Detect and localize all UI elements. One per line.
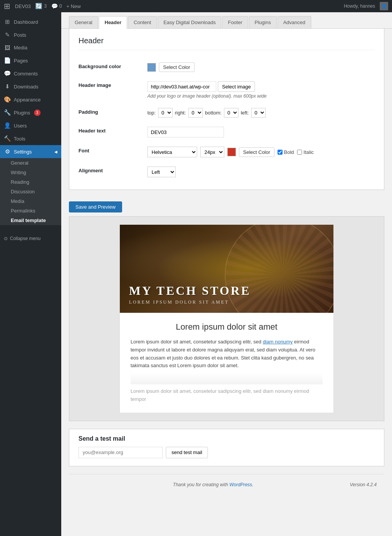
font-family-select[interactable]: Helvetica	[147, 147, 197, 157]
wp-footer: Thank you for creating with WordPress. V…	[69, 474, 384, 495]
bold-checkbox[interactable]	[278, 150, 283, 155]
preview-store-title: MY TECH STORE	[129, 284, 324, 298]
sidebar-item-tools[interactable]: 🔨 Tools	[0, 132, 61, 145]
font-color-swatch	[227, 148, 236, 156]
email-preview: MY TECH STORE LOREM IPSUM DOLOR SIT AMET…	[69, 216, 384, 421]
font-size-select[interactable]: 24px	[200, 147, 224, 157]
header-image-field: Select image Add your logo or image head…	[147, 81, 375, 99]
sidebar-label-comments: Comments	[14, 71, 38, 77]
collapse-menu-button[interactable]: ⊙ Collapse menu	[0, 233, 61, 244]
comments-icon[interactable]: 💬 0	[51, 3, 62, 9]
padding-right-select[interactable]: 0	[188, 108, 203, 118]
padding-bottom-select[interactable]: 0	[224, 108, 238, 118]
preview-store-subtitle: LOREM IPSUM DOLOR SIT AMET	[129, 299, 324, 305]
sidebar-item-pages[interactable]: 📄 Pages	[0, 54, 61, 67]
footer-version: Version 4.2.4	[350, 482, 377, 487]
bg-color-label: Background color	[78, 58, 147, 77]
padding-top-label: top:	[147, 110, 156, 116]
header-text-input[interactable]	[147, 127, 224, 137]
footer-wp-link[interactable]: WordPress.	[229, 482, 253, 487]
sidebar-item-downloads[interactable]: ⬇ Downloads	[0, 80, 61, 93]
test-mail-section: Send a test mail send test mail	[69, 429, 384, 466]
sidebar-label-settings: Settings	[14, 149, 32, 155]
padding-left-select[interactable]: 0	[251, 108, 266, 118]
site-name[interactable]: DEV03	[15, 3, 31, 9]
sidebar-label-pages: Pages	[14, 58, 28, 64]
posts-icon: ✎	[4, 31, 11, 38]
preview-body-link[interactable]: diam nonumy	[263, 339, 292, 345]
submenu-media[interactable]: Media	[0, 196, 61, 206]
image-hint-text: Add your logo or image header (optional)…	[147, 93, 375, 99]
sidebar-item-posts[interactable]: ✎ Posts	[0, 28, 61, 41]
footer-thank-you: Thank you for creating with	[173, 482, 229, 487]
font-label: Font	[78, 142, 147, 162]
header-image-label: Header image	[78, 77, 147, 103]
alignment-select[interactable]: Left Center Right	[147, 167, 176, 177]
submenu-email-template[interactable]: Email template	[0, 216, 61, 225]
italic-checkbox[interactable]	[297, 150, 302, 155]
sidebar-label-plugins: Plugins	[14, 110, 30, 116]
comments-count: 0	[59, 3, 62, 9]
header-text-label: Header text	[78, 122, 147, 142]
padding-top-select[interactable]: 0	[158, 108, 173, 118]
submenu-general[interactable]: General	[0, 158, 61, 168]
header-image-url-input[interactable]	[147, 81, 216, 92]
save-preview-button[interactable]: Save and Preview	[69, 201, 122, 212]
preview-body-paragraph: Lorem ipsum dolor sit amet, consetetur s…	[131, 338, 323, 370]
submenu-discussion[interactable]: Discussion	[0, 187, 61, 196]
font-field: Helvetica 24px Select Color Bold	[147, 147, 375, 157]
tab-footer[interactable]: Footer	[222, 16, 248, 28]
updates-count: 3	[44, 3, 47, 9]
user-avatar[interactable]: 👤	[380, 2, 388, 10]
sidebar-label-media: Media	[14, 45, 27, 51]
test-mail-title: Send a test mail	[78, 435, 375, 442]
tab-plugins[interactable]: Plugins	[249, 16, 277, 28]
padding-right-label: right:	[175, 110, 186, 116]
bg-select-color-button[interactable]: Select Color	[159, 62, 194, 72]
tools-icon: 🔨	[4, 135, 11, 142]
padding-left-label: left:	[241, 110, 249, 116]
users-icon: 👤	[4, 122, 11, 129]
test-mail-input[interactable]	[78, 447, 163, 458]
preview-header-image: MY TECH STORE LOREM IPSUM DOLOR SIT AMET	[120, 225, 333, 313]
page-title: Header	[78, 36, 375, 50]
downloads-icon: ⬇	[4, 83, 11, 90]
tab-header[interactable]: Header	[99, 16, 127, 29]
sidebar-label-tools: Tools	[14, 136, 25, 142]
tab-content[interactable]: Content	[128, 16, 157, 28]
sidebar-item-plugins[interactable]: 🔧 Plugins 3	[0, 106, 61, 119]
howdy-text: Howdy, hannes	[344, 3, 375, 9]
sidebar-item-appearance[interactable]: 🎨 Appearance	[0, 93, 61, 106]
new-content-button[interactable]: + New	[67, 3, 81, 9]
pages-icon: 📄	[4, 57, 11, 64]
tab-advanced[interactable]: Advanced	[278, 16, 311, 28]
collapse-icon: ⊙	[4, 236, 8, 241]
sidebar-item-comments[interactable]: 💬 Comments	[0, 67, 61, 80]
tab-general[interactable]: General	[69, 16, 98, 28]
sidebar-item-settings[interactable]: ⚙ Settings ◀	[0, 145, 61, 158]
updates-icon[interactable]: 🔄 3	[35, 3, 47, 10]
plugins-icon: 🔧	[4, 109, 11, 116]
sidebar-label-users: Users	[14, 123, 27, 129]
sidebar-item-users[interactable]: 👤 Users	[0, 119, 61, 132]
select-image-button[interactable]: Select image	[218, 81, 255, 92]
italic-checkbox-label: Italic	[297, 149, 314, 155]
send-test-mail-button[interactable]: send test mail	[166, 447, 208, 458]
comments-nav-icon: 💬	[4, 70, 11, 77]
sidebar-item-media[interactable]: 🖼 Media	[0, 41, 61, 54]
collapse-label: Collapse menu	[10, 236, 41, 241]
bold-checkbox-label: Bold	[278, 149, 294, 155]
submenu-reading[interactable]: Reading	[0, 177, 61, 187]
nav-tab-wrapper: General Header Content Easy Digital Down…	[61, 12, 392, 29]
media-icon: 🖼	[4, 44, 11, 51]
padding-field: top: 0 right: 0 bottom: 0	[147, 108, 375, 118]
font-select-color-button[interactable]: Select Color	[239, 147, 274, 157]
dashboard-icon: ⊞	[4, 18, 11, 25]
sidebar-item-dashboard[interactable]: ⊞ Dashboard	[0, 15, 61, 28]
submenu-writing[interactable]: Writing	[0, 168, 61, 177]
tab-edd[interactable]: Easy Digital Downloads	[158, 16, 222, 28]
preview-body-paragraph-2: Lorem ipsum dolor sit amet, consetetur s…	[131, 387, 323, 404]
submenu-permalinks[interactable]: Permalinks	[0, 206, 61, 216]
appearance-icon: 🎨	[4, 96, 11, 103]
sidebar-label-downloads: Downloads	[14, 84, 38, 90]
